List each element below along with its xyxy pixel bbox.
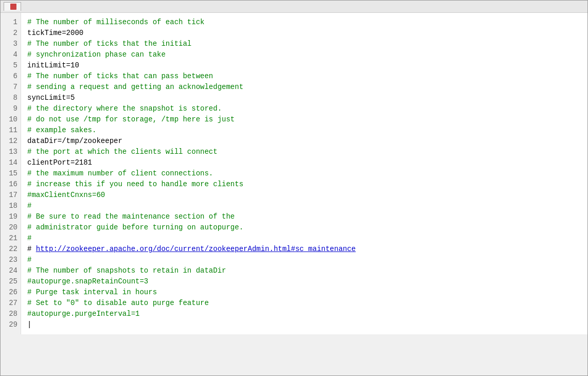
line-number: 22 <box>5 244 17 255</box>
line-number: 24 <box>5 265 17 276</box>
code-line: # The number of milliseconds of each tic… <box>27 17 581 28</box>
code-line: #maxClientCnxns=60 <box>27 190 581 201</box>
line-number: 5 <box>5 60 17 71</box>
line-number: 21 <box>5 233 17 244</box>
line-number: 14 <box>5 157 17 168</box>
line-number: 18 <box>5 201 17 211</box>
code-line: # sending a request and getting an ackno… <box>27 82 581 93</box>
tab-close-button[interactable] <box>10 4 16 10</box>
code-line: # <box>27 201 581 211</box>
code-line: clientPort=2181 <box>27 157 581 168</box>
code-line: # the port at which the clients will con… <box>27 147 581 157</box>
line-number: 10 <box>5 114 17 125</box>
code-line: # example sakes. <box>27 125 581 136</box>
code-content[interactable]: # The number of milliseconds of each tic… <box>21 13 587 334</box>
code-line: syncLimit=5 <box>27 93 581 103</box>
code-line: # Set to "0" to disable auto purge featu… <box>27 298 581 309</box>
file-tab[interactable] <box>4 2 21 11</box>
editor-area[interactable]: 1234567891011121314151617181920212223242… <box>1 13 587 334</box>
line-number: 12 <box>5 136 17 147</box>
line-number: 6 <box>5 71 17 82</box>
code-line: # the maximum number of client connectio… <box>27 168 581 179</box>
line-number: 2 <box>5 28 17 39</box>
code-line: # The number of ticks that the initial <box>27 39 581 49</box>
code-line: # The number of snapshots to retain in d… <box>27 265 581 276</box>
code-line: # The number of ticks that can pass betw… <box>27 71 581 82</box>
code-container: 1234567891011121314151617181920212223242… <box>1 13 587 334</box>
line-number: 19 <box>5 211 17 222</box>
line-numbers: 1234567891011121314151617181920212223242… <box>1 13 21 334</box>
line-number: 23 <box>5 255 17 265</box>
code-line: # do not use /tmp for storage, /tmp here… <box>27 114 581 125</box>
code-line: #autopurge.snapRetainCount=3 <box>27 276 581 287</box>
line-number: 11 <box>5 125 17 136</box>
code-line: # Purge task interval in hours <box>27 287 581 298</box>
code-line: # <box>27 233 581 244</box>
code-line: # increase this if you need to handle mo… <box>27 179 581 190</box>
line-number: 29 <box>5 319 17 330</box>
line-number: 13 <box>5 147 17 157</box>
line-number: 27 <box>5 298 17 309</box>
editor-window: 1234567891011121314151617181920212223242… <box>0 0 588 376</box>
line-number: 16 <box>5 179 17 190</box>
line-number: 3 <box>5 39 17 49</box>
code-line: #autopurge.purgeInterval=1 <box>27 309 581 319</box>
code-line: initLimit=10 <box>27 60 581 71</box>
code-line: # the directory where the snapshot is st… <box>27 103 581 114</box>
line-number: 17 <box>5 190 17 201</box>
code-line: tickTime=2000 <box>27 28 581 39</box>
code-line: # synchronization phase can take <box>27 49 581 60</box>
code-line: dataDir=/tmp/zookeeper <box>27 136 581 147</box>
line-number: 28 <box>5 309 17 319</box>
line-number: 15 <box>5 168 17 179</box>
line-number: 20 <box>5 222 17 233</box>
line-number: 25 <box>5 276 17 287</box>
code-line: # Be sure to read the maintenance sectio… <box>27 211 581 222</box>
line-number: 8 <box>5 93 17 103</box>
title-bar <box>1 1 587 13</box>
line-number: 7 <box>5 82 17 93</box>
code-line: # http://zookeeper.apache.org/doc/curren… <box>27 244 581 255</box>
code-line <box>27 319 581 330</box>
line-number: 1 <box>5 17 17 28</box>
link-text[interactable]: http://zookeeper.apache.org/doc/current/… <box>36 245 356 253</box>
line-number: 4 <box>5 49 17 60</box>
code-line: # <box>27 255 581 265</box>
line-number: 26 <box>5 287 17 298</box>
code-line: # administrator guide before turning on … <box>27 222 581 233</box>
line-number: 9 <box>5 103 17 114</box>
